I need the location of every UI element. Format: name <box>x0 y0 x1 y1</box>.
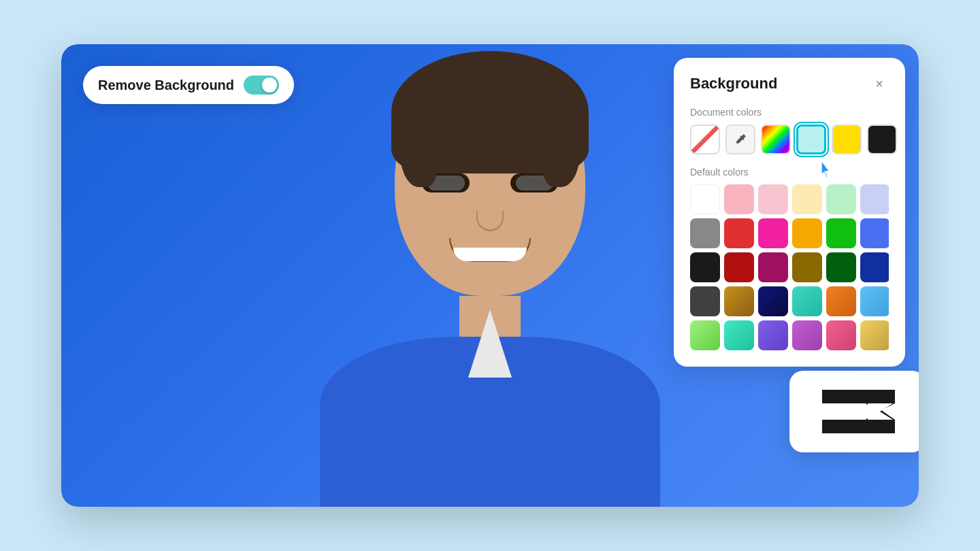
cursor-pointer <box>818 160 834 180</box>
smile <box>449 238 531 262</box>
document-colors-label: Document colors <box>690 107 889 118</box>
swatch-gold[interactable] <box>724 286 754 316</box>
close-button[interactable]: × <box>870 74 889 93</box>
swatch-3[interactable] <box>792 184 822 214</box>
swatch-black[interactable] <box>867 124 897 154</box>
main-card: Remove Background Background × Document … <box>61 44 919 507</box>
logo-badge <box>789 371 919 452</box>
face-container <box>381 65 599 310</box>
swatch-maroon[interactable] <box>758 252 788 282</box>
swatch-violet-grad[interactable] <box>792 320 822 350</box>
swatch-amber[interactable] <box>826 286 856 316</box>
toggle-switch[interactable] <box>244 76 279 95</box>
swatch-5[interactable] <box>860 184 889 214</box>
default-colors-grid <box>690 184 889 350</box>
swatch-mint-grad[interactable] <box>724 320 754 350</box>
swatch-darkgreen[interactable] <box>826 252 856 282</box>
swatch-white[interactable] <box>690 184 720 214</box>
swatch-teal[interactable] <box>792 286 822 316</box>
swatch-red[interactable] <box>724 218 754 248</box>
swatch-lime-grad[interactable] <box>690 320 720 350</box>
hair-side-right <box>542 119 580 187</box>
shirt <box>320 337 660 507</box>
hair-side-left <box>400 119 438 187</box>
default-colors-label: Default colors <box>690 167 889 178</box>
swatch-cyan-selected[interactable] <box>796 124 826 154</box>
toggle-knob <box>262 78 277 93</box>
swatch-skyblue[interactable] <box>860 286 889 316</box>
swatch-rose-grad[interactable] <box>826 320 856 350</box>
swatch-gray[interactable] <box>690 218 720 248</box>
panel-header: Background × <box>690 74 889 93</box>
swatch-blue[interactable] <box>860 218 889 248</box>
swatch-4[interactable] <box>826 184 856 214</box>
swatch-green[interactable] <box>826 218 856 248</box>
teeth <box>453 248 527 261</box>
remove-bg-toggle: Remove Background <box>83 66 294 104</box>
person-figure <box>293 44 687 507</box>
swatch-navy[interactable] <box>758 286 788 316</box>
swatch-transparent[interactable] <box>690 124 720 154</box>
swatch-darkred[interactable] <box>724 252 754 282</box>
swatch-brown[interactable] <box>792 252 822 282</box>
swatch-2[interactable] <box>758 184 788 214</box>
toggle-label: Remove Background <box>98 78 234 93</box>
swatch-1[interactable] <box>724 184 754 214</box>
capcut-icon <box>817 384 898 439</box>
nose <box>476 211 504 231</box>
swatch-darkblue[interactable] <box>860 252 889 282</box>
swatch-purple-grad[interactable] <box>758 320 788 350</box>
swatch-yellow-grad[interactable] <box>860 320 889 350</box>
swatch-rainbow[interactable] <box>761 124 791 154</box>
color-panel: Background × Document colors <box>674 58 905 367</box>
swatch-eyedropper[interactable] <box>725 124 755 154</box>
swatch-charcoal[interactable] <box>690 286 720 316</box>
document-colors-row <box>690 124 889 154</box>
eyes-area <box>422 173 558 193</box>
swatch-darkgray[interactable] <box>690 252 720 282</box>
swatch-pink[interactable] <box>758 218 788 248</box>
swatch-yellow[interactable] <box>832 124 862 154</box>
panel-title: Background <box>690 75 777 93</box>
swatch-orange[interactable] <box>792 218 822 248</box>
